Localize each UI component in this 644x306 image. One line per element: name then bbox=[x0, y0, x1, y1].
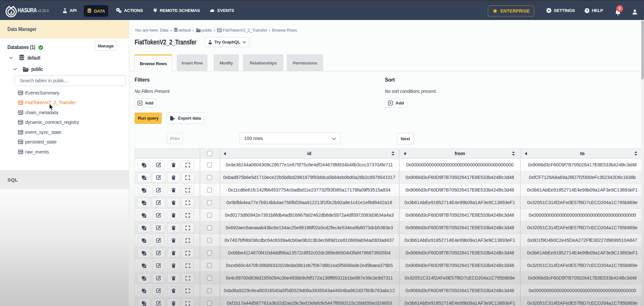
svg-text:?: ? bbox=[586, 8, 588, 12]
